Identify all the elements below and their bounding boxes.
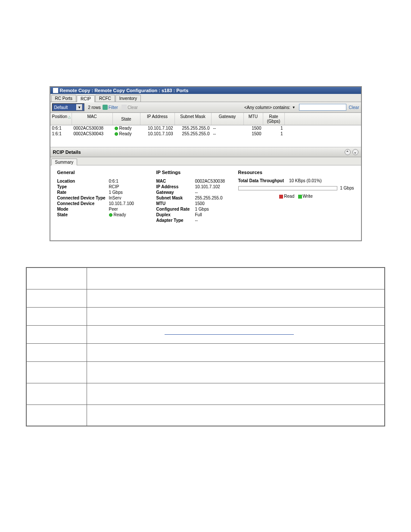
kv-row: Connected Device10.101.7.100 (57, 201, 148, 206)
throughput-label: Total Data Throughput (238, 178, 284, 183)
col-mac[interactable]: MAC (72, 113, 113, 125)
kv-value: 0:6:1 (109, 178, 148, 184)
col-rate[interactable]: Rate (Gbps) (263, 113, 285, 125)
details-body: General Location0:6:1TypeRCIPRate1 GbpsC… (50, 165, 361, 240)
kv-value: RCIP (109, 184, 148, 190)
doc-table (26, 267, 385, 426)
kv-key: Duplex (156, 212, 195, 218)
details-title: RCIP Details (53, 149, 81, 155)
kv-key: MTU (156, 201, 195, 206)
kv-row: DuplexFull (156, 212, 230, 218)
table-row[interactable]: 1:6:1 0002AC530043 Ready 10.101.7.103 25… (50, 131, 361, 137)
chevron-down-icon[interactable]: ▼ (292, 106, 296, 109)
kv-row: Gateway-- (156, 190, 230, 195)
tab-inventory[interactable]: Inventory (115, 95, 141, 102)
doc-cell (26, 289, 87, 307)
sort-asc-icon: △ (68, 115, 71, 119)
kv-key: Connected Device (57, 201, 109, 206)
expand-down-icon[interactable]: ⌄ (352, 149, 358, 155)
search-input[interactable] (299, 104, 346, 111)
details-tabs: Summary (50, 157, 361, 165)
kv-row: ModePeer (57, 206, 148, 212)
kv-row: Adapter Type-- (156, 218, 230, 223)
tab-rc-ports[interactable]: RC Ports (51, 95, 77, 102)
row-count: 2 rows (88, 105, 100, 110)
legend-write-label: Write (303, 194, 313, 199)
kv-row: StateReady (57, 212, 148, 218)
kv-value: 1 Gbps (195, 206, 230, 212)
col-position[interactable]: Position△ (50, 113, 72, 125)
status-dot-icon (115, 132, 118, 136)
toolbar: Default ▼ 2 rows Filter Clear <Any colum… (50, 102, 361, 113)
kv-key: State (57, 212, 109, 218)
cell-ip: 10.101.7.102 (140, 125, 175, 131)
col-mtu[interactable]: MTU (244, 113, 263, 125)
app-window: Remote Copy : Remote Copy Configuration … (50, 86, 362, 241)
kv-value: -- (195, 190, 230, 195)
cell-state: Ready (113, 125, 140, 131)
kv-row: TypeRCIP (57, 184, 148, 190)
kv-key: IP Address (156, 184, 195, 190)
col-state[interactable]: State (113, 113, 140, 125)
kv-value: InServ (109, 195, 148, 201)
kv-value: Peer (109, 206, 148, 212)
cell-ip: 10.101.7.103 (140, 131, 175, 137)
cell-state: Ready (113, 131, 140, 137)
doc-cell (87, 383, 385, 404)
kv-key: Location (57, 178, 109, 184)
kv-value: Full (195, 212, 230, 218)
clear-link[interactable]: Clear (128, 105, 138, 110)
legend: Read Write (238, 194, 354, 199)
doc-cell (26, 361, 87, 383)
tab-rcip[interactable]: RCIP (77, 95, 95, 102)
cell-mtu: 1500 (244, 125, 263, 131)
kv-row: Connected Device TypeInServ (57, 195, 148, 201)
kv-value: 1500 (195, 201, 230, 206)
kv-value: 10.101.7.100 (109, 201, 148, 206)
view-combo-label: Default (54, 105, 68, 110)
col-gateway[interactable]: Gateway (212, 113, 244, 125)
doc-cell (26, 268, 87, 289)
cell-rate: 1 (263, 125, 285, 131)
filter-link[interactable]: Filter (109, 105, 118, 110)
details-header: RCIP Details ⌃ ⌄ (50, 147, 361, 157)
grid-body: 0:6:1 0002AC530038 Ready 10.101.7.102 25… (50, 125, 361, 147)
kv-row: Configured Rate1 Gbps (156, 206, 230, 212)
cell-position: 0:6:1 (50, 125, 72, 131)
doc-cell (87, 404, 385, 426)
tab-rcfc[interactable]: RCFC (95, 95, 115, 102)
status-dot-icon (115, 127, 118, 130)
cell-mac: 0002AC530038 (72, 125, 113, 131)
cell-gateway: -- (212, 125, 244, 131)
collapse-up-icon[interactable]: ⌃ (345, 149, 351, 155)
clear-search-link[interactable]: Clear (349, 105, 359, 110)
cell-position: 1:6:1 (50, 131, 72, 137)
kv-value: 255.255.255.0 (195, 195, 230, 201)
doc-cell (26, 383, 87, 404)
window-title: Remote Copy : Remote Copy Configuration … (60, 88, 189, 93)
cell-mask: 255.255.255.0 (175, 125, 212, 131)
app-icon (53, 88, 58, 93)
doc-cell (87, 289, 385, 307)
tab-summary[interactable]: Summary (51, 159, 78, 165)
doc-cell (26, 307, 87, 325)
doc-cell (87, 343, 385, 361)
legend-read-swatch (279, 195, 283, 199)
doc-cell (87, 307, 385, 325)
doc-cell (87, 268, 385, 289)
ip-heading: IP Settings (156, 170, 230, 175)
kv-row: Location0:6:1 (57, 178, 148, 184)
col-ip[interactable]: IP Address (140, 113, 175, 125)
cell-gateway: -- (212, 131, 244, 137)
col-mask[interactable]: Subnet Mask (175, 113, 212, 125)
kv-value: 10.101.7.102 (195, 184, 230, 190)
kv-key: Subnet Mask (156, 195, 195, 201)
kv-key: Mode (57, 206, 109, 212)
view-combo[interactable]: Default ▼ (52, 103, 85, 111)
table-row[interactable]: 0:6:1 0002AC530038 Ready 10.101.7.102 25… (50, 125, 361, 131)
doc-cell (26, 343, 87, 361)
doc-cell (87, 325, 385, 343)
clear-icon (121, 105, 127, 110)
kv-key: Gateway (156, 190, 195, 195)
main-tab-bar: RC Ports RCIP RCFC Inventory (50, 94, 361, 102)
